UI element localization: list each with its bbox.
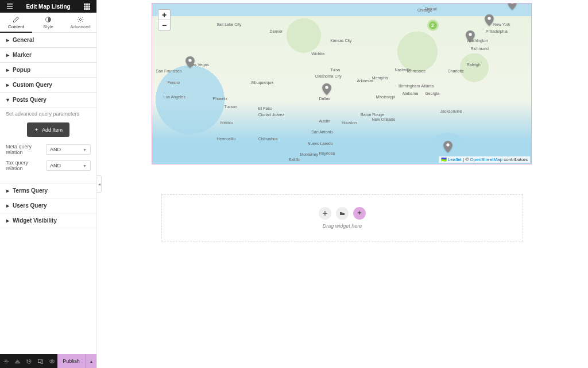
plus-icon: ＋ (34, 126, 39, 133)
widgets-grid-icon[interactable] (80, 0, 93, 13)
select-value: AND (50, 147, 61, 152)
map-city-label: México (220, 121, 233, 125)
svg-point-15 (188, 59, 191, 62)
section-custom-query: ▸ Custom Query (0, 78, 96, 93)
section-toggle-popup[interactable]: ▸ Popup (0, 63, 96, 77)
section-toggle-widget-visibility[interactable]: ▸ Widget Visibility (0, 213, 96, 228)
tab-style[interactable]: Style (32, 13, 64, 32)
map-marker[interactable] (485, 14, 494, 26)
meta-query-relation-row: Meta query relation AND ▼ (6, 144, 91, 155)
map-city-label: Tennessee (406, 69, 425, 73)
tab-advanced[interactable]: Advanced (64, 13, 96, 32)
map-city-label: Wichita (311, 52, 324, 56)
svg-point-10 (79, 18, 81, 20)
caret-down-icon: ▾ (6, 98, 9, 102)
section-toggle-marker[interactable]: ▸ Marker (0, 48, 96, 62)
section-title: Widget Visibility (13, 217, 57, 224)
svg-rect-4 (86, 6, 88, 7)
chevron-up-icon: ▴ (90, 359, 92, 364)
add-ai-button[interactable] (353, 207, 366, 220)
history-icon[interactable] (23, 354, 34, 368)
add-widget-button[interactable] (319, 207, 331, 220)
responsive-icon[interactable] (34, 354, 46, 368)
map-city-label: Dallas (319, 97, 330, 101)
section-title: Popup (13, 67, 30, 73)
map-city-label: San Antonio (311, 130, 333, 134)
map-marker[interactable] (322, 83, 331, 95)
caret-right-icon: ▸ (6, 39, 9, 42)
menu-icon[interactable] (3, 0, 16, 13)
section-terms-query: ▸ Terms Query (0, 183, 96, 198)
map-city-label: Phoenix (213, 97, 227, 101)
section-title: Custom Query (13, 82, 52, 88)
map-city-label: Raleigh (467, 63, 481, 67)
folder-icon (339, 210, 345, 216)
editor-canvas: + − ChicagoDetroitDenverSalt Lake CitySa… (97, 0, 588, 368)
add-item-button[interactable]: ＋ Add Item (27, 122, 69, 137)
map-marker[interactable] (185, 56, 195, 68)
panel-tabs: Content Style Advanced (0, 13, 96, 33)
section-toggle-custom-query[interactable]: ▸ Custom Query (0, 78, 96, 92)
preview-icon[interactable] (46, 354, 57, 368)
section-toggle-users-query[interactable]: ▸ Users Query (0, 198, 96, 213)
map-zoom-control: + − (158, 9, 171, 31)
navigator-icon[interactable] (11, 354, 23, 368)
map-city-label: Houston (342, 121, 357, 125)
svg-point-17 (446, 144, 449, 147)
map-surface[interactable]: + − ChicagoDetroitDenverSalt Lake CitySa… (152, 3, 531, 164)
map-city-label: Austin (319, 119, 330, 123)
section-description: Set advanced query parameters (6, 111, 91, 117)
pencil-icon (13, 16, 20, 23)
section-toggle-terms-query[interactable]: ▸ Terms Query (0, 183, 96, 198)
zoom-out-button[interactable]: − (158, 20, 170, 30)
map-city-label: Mississippi (376, 95, 395, 99)
map-city-label: Chihuahua (258, 137, 278, 141)
section-body-posts-query: Set advanced query parameters ＋ Add Item… (0, 107, 96, 183)
map-marker[interactable] (508, 3, 517, 10)
map-city-label: New Orleans (372, 117, 395, 121)
map-cluster[interactable]: 2 (427, 20, 439, 31)
map-city-label: Tulsa (330, 68, 340, 72)
widget-drop-zone[interactable]: Drag widget here (161, 194, 523, 241)
osm-link[interactable]: OpenStreetMap (470, 157, 502, 162)
svg-rect-1 (86, 3, 88, 5)
tab-label: Style (43, 24, 53, 29)
zoom-in-button[interactable]: + (158, 10, 170, 20)
add-template-button[interactable] (336, 207, 349, 220)
editor-panel: Edit Map Listing Content Style Advanced (0, 0, 97, 368)
chevron-down-icon: ▼ (83, 148, 87, 152)
map-city-label: Monterrey (300, 152, 318, 156)
publish-options-button[interactable]: ▴ (85, 354, 96, 368)
caret-right-icon: ▸ (6, 53, 9, 57)
field-label: Tax query relation (6, 160, 42, 171)
svg-rect-5 (88, 6, 90, 7)
map-city-label: Baton Rouge (361, 113, 384, 117)
select-value: AND (50, 163, 61, 168)
section-toggle-posts-query[interactable]: ▾ Posts Query (0, 93, 96, 107)
map-listing-widget[interactable]: + − ChicagoDetroitDenverSalt Lake CitySa… (152, 3, 532, 164)
sparkle-icon (357, 210, 362, 216)
tax-query-relation-select[interactable]: AND ▼ (46, 160, 91, 171)
settings-icon[interactable] (0, 354, 11, 368)
map-city-label: Hermosillo (216, 137, 235, 141)
svg-point-11 (5, 361, 7, 362)
meta-query-relation-select[interactable]: AND ▼ (46, 144, 91, 155)
map-marker[interactable] (443, 141, 452, 152)
map-city-label: Charlotte (448, 69, 464, 73)
map-marker[interactable] (466, 30, 475, 42)
leaflet-link[interactable]: Leaflet (448, 157, 462, 162)
svg-rect-7 (86, 8, 88, 10)
section-title: General (13, 37, 34, 43)
plus-icon (322, 210, 328, 216)
map-city-label: Kansas City (330, 39, 351, 43)
section-toggle-general[interactable]: ▸ General (0, 33, 96, 47)
map-city-label: Jacksonville (440, 109, 462, 113)
publish-button[interactable]: Publish (57, 354, 85, 368)
panel-header: Edit Map Listing (0, 0, 96, 13)
flag-icon: 🇺🇦 (441, 157, 447, 162)
tab-content[interactable]: Content (0, 13, 32, 33)
panel-collapse-handle[interactable]: ◂ (97, 175, 102, 193)
svg-point-19 (488, 17, 491, 20)
panel-title: Edit Map Listing (26, 3, 70, 10)
field-label: Meta query relation (6, 144, 42, 155)
